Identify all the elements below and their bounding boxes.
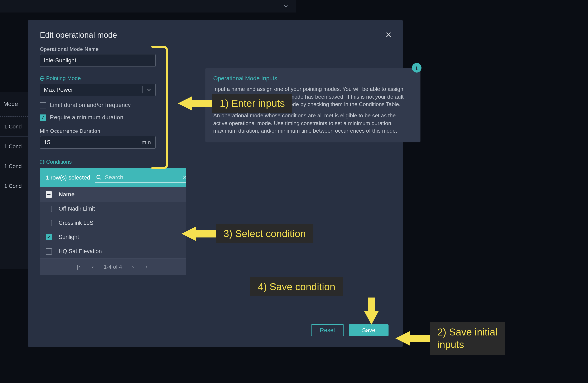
pointing-mode-value: Max Power [44,86,73,93]
svg-marker-1 [178,96,212,111]
annotation-save-condition: 4) Save condition [250,277,380,325]
condition-row[interactable]: ✓ Sunlight [40,230,186,244]
require-min-duration-checkbox[interactable]: ✓ [40,115,46,121]
annotation-label: 1) Enter inputs [212,94,292,113]
pager-range: 1-4 of 4 [104,264,122,270]
annotation-label: 3) Select condition [216,224,314,243]
check-icon: ✓ [47,235,51,240]
min-duration-group: Min Occurrence Duration min [40,128,156,149]
reset-button[interactable]: Reset [311,324,344,336]
sidebar-row: 1 Cond [0,156,28,176]
sidebar-row: 1 Cond [0,137,28,156]
sidebar-row: 1 Cond [0,117,28,137]
svg-marker-4 [395,331,430,346]
condition-name: HQ Sat Elevation [59,248,102,255]
annotation-label: 4) Save condition [250,277,343,296]
close-button[interactable] [385,30,392,40]
annotation-enter-inputs: 1) Enter inputs [178,94,292,113]
dialog-title: Edit operational mode [40,31,391,40]
condition-checkbox[interactable] [46,206,52,212]
condition-checkbox[interactable]: ✓ [46,234,52,240]
conditions-search-input[interactable] [105,174,179,181]
min-duration-input[interactable] [40,139,137,146]
info-paragraph-2: An operational mode whose conditions are… [213,112,410,135]
check-icon: ✓ [41,115,45,120]
require-min-duration-label: Require a minimum duration [50,114,123,121]
limit-duration-checkbox[interactable] [40,102,46,108]
arrow-left-icon [178,95,212,112]
dialog-actions: Reset Save [311,324,389,336]
annotation-save-initial-inputs: 2) Save initialinputs [395,322,505,355]
arrow-left-icon [182,225,216,242]
svg-marker-3 [364,298,379,325]
condition-name: Sunlight [59,234,79,240]
limit-duration-label: Limit duration and/or frequency [50,102,131,108]
conditions-section: Conditions 1 row(s) selected ✕ Name [40,159,156,275]
select-divider [142,86,143,93]
condition-checkbox[interactable] [46,248,52,255]
save-button[interactable]: Save [349,324,389,336]
info-icon[interactable]: i [412,63,421,73]
pager-prev[interactable]: ‹ [90,263,95,271]
conditions-table-header: Name [40,187,186,202]
annotation-select-condition: 3) Select condition [182,224,314,243]
arrow-left-icon [395,330,430,347]
conditions-label: Conditions [40,159,156,165]
condition-row[interactable]: Crosslink LoS [40,216,186,230]
min-duration-input-wrap: min [40,136,156,149]
svg-marker-2 [182,226,216,241]
condition-row[interactable]: Off-Nadir Limit [40,202,186,216]
conditions-search: ✕ [95,173,186,183]
chevron-down-icon [283,3,289,9]
search-icon [96,175,102,180]
conditions-pager: |‹ ‹ 1-4 of 4 › ›| [40,259,186,275]
pointing-mode-select[interactable]: Max Power [40,84,156,96]
annotation-label: 2) Save initialinputs [430,322,505,355]
pager-next[interactable]: › [130,263,136,271]
form-column: Operational Mode Name Pointing Mode Max … [40,46,156,275]
collapse-handle[interactable] [275,0,296,13]
condition-row[interactable]: HQ Sat Elevation [40,244,186,259]
condition-name: Off-Nadir Limit [59,205,95,212]
sidebar-header: Mode [0,92,28,117]
name-column-header: Name [59,191,75,198]
name-label: Operational Mode Name [40,46,156,52]
info-title: Operational Mode Inputs [213,74,410,82]
close-icon [385,31,392,38]
require-min-duration-row: ✓ Require a minimum duration [40,114,156,121]
pager-first[interactable]: |‹ [75,263,82,271]
conditions-table-toolbar: 1 row(s) selected ✕ [40,168,186,187]
clear-search-button[interactable]: ✕ [182,174,186,181]
pointing-mode-label-text: Pointing Mode [46,75,81,81]
pointing-mode-label: Pointing Mode [40,75,156,81]
limit-duration-row: Limit duration and/or frequency [40,102,156,108]
condition-name: Crosslink LoS [59,220,93,226]
background-sidebar: Mode 1 Cond 1 Cond 1 Cond 1 Cond [0,92,28,269]
conditions-table: 1 row(s) selected ✕ Name Off-Nadir Limit [40,168,186,275]
condition-checkbox[interactable] [46,220,52,226]
inputs-bracket [150,46,171,169]
select-all-checkbox[interactable] [46,191,52,198]
conditions-label-text: Conditions [46,159,72,165]
min-duration-label: Min Occurrence Duration [40,128,156,134]
selected-count: 1 row(s) selected [46,174,90,181]
arrow-down-icon [363,298,380,325]
globe-icon [40,160,44,164]
operational-mode-name-input[interactable] [40,54,156,67]
sidebar-row: 1 Cond [0,176,28,196]
background-top-bar [0,0,296,13]
pager-last[interactable]: ›| [144,263,150,271]
globe-icon [40,76,44,81]
